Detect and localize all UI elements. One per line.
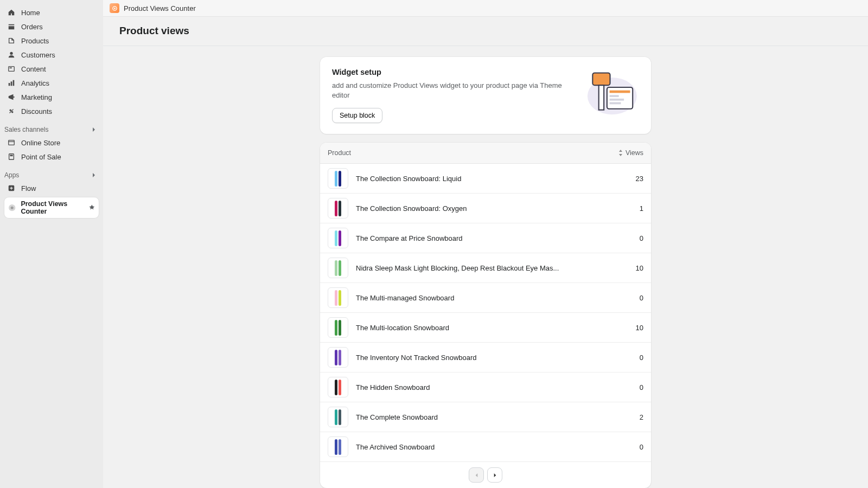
table-row[interactable]: The Collection Snowboard: Oxygen1 [320,194,651,223]
chevron-right-icon [493,473,497,478]
product-name: The Collection Snowboard: Liquid [356,175,611,183]
svg-rect-4 [11,81,12,86]
views-value: 0 [611,443,643,451]
product-thumb [328,436,348,457]
topbar-title: Product Views Counter [124,4,196,12]
views-value: 0 [611,294,643,302]
chevron-left-icon [474,473,479,478]
widget-desc: add and customize Product Views widget t… [332,81,572,100]
sidebar-item-online-store[interactable]: Online Store [0,136,103,150]
views-value: 0 [611,383,643,391]
sidebar-item-point-of-sale[interactable]: Point of Sale [0,150,103,164]
nav-label: Online Store [21,139,60,147]
nav-label: Flow [21,184,36,192]
sales-channels-label: Sales channels [4,126,48,133]
table-row[interactable]: The Multi-location Snowboard10 [320,313,651,343]
sidebar-item-product-views-counter[interactable]: Product Views Counter [4,197,99,218]
sidebar-item-flow[interactable]: Flow [0,181,103,195]
svg-point-16 [114,8,116,9]
product-name: The Multi-managed Snowboard [356,294,611,302]
sidebar-item-discounts[interactable]: Discounts [0,104,103,118]
views-value: 23 [611,175,643,183]
topbar: Product Views Counter [103,0,868,17]
nav-label: Home [21,9,40,17]
svg-rect-19 [610,91,630,93]
customers-icon [7,50,16,60]
views-value: 1 [611,204,643,213]
table-row[interactable]: The Complete Snowboard2 [320,402,651,432]
page-title: Product views [103,17,868,46]
pin-icon[interactable] [88,204,95,211]
sidebar: HomeOrdersProductsCustomersContentAnalyt… [0,0,103,488]
table-row[interactable]: The Inventory Not Tracked Snowboard0 [320,343,651,373]
product-name: The Archived Snowboard [356,443,611,451]
sidebar-item-content[interactable]: Content [0,62,103,76]
svg-rect-20 [610,95,619,97]
product-thumb [328,198,348,219]
product-thumb [328,258,348,278]
table-row[interactable]: The Multi-managed Snowboard0 [320,283,651,313]
views-value: 10 [611,264,643,272]
svg-rect-5 [13,80,15,86]
col-header-product[interactable]: Product [328,149,605,157]
products-icon [7,36,16,46]
views-value: 0 [611,354,643,362]
table-row[interactable]: The Archived Snowboard0 [320,432,651,461]
svg-rect-9 [9,140,15,145]
product-thumb [328,347,348,368]
svg-rect-2 [10,67,12,68]
nav-label: Marketing [21,93,52,101]
sort-icon [618,150,623,156]
product-name: The Compare at Price Snowboard [356,234,611,242]
sidebar-item-analytics[interactable]: Analytics [0,76,103,90]
nav-label: Products [21,37,49,45]
main: Product Views Counter Product views Widg… [103,0,868,488]
table-header: Product Views [320,143,651,164]
app-icon [8,203,16,213]
apps-header[interactable]: Apps [0,168,103,181]
table-row[interactable]: Nidra Sleep Mask Light Blocking, Deep Re… [320,253,651,283]
product-name: The Inventory Not Tracked Snowboard [356,354,611,362]
setup-block-button[interactable]: Setup block [332,108,382,123]
flow-icon [7,183,16,193]
views-value: 0 [611,234,643,242]
nav-label: Point of Sale [21,153,61,161]
svg-point-0 [10,52,12,55]
svg-point-14 [11,206,14,209]
nav-label: Analytics [21,79,49,87]
onlinestore-icon [7,138,16,147]
table-row[interactable]: The Compare at Price Snowboard0 [320,223,651,253]
svg-point-7 [10,110,12,112]
sidebar-item-products[interactable]: Products [0,34,103,48]
discounts-icon [7,106,16,116]
col-header-views[interactable]: Views [605,149,643,157]
product-thumb [328,317,348,338]
product-thumb [328,377,348,397]
product-thumb [328,287,348,308]
svg-rect-1 [9,67,15,72]
svg-rect-22 [610,102,621,104]
product-thumb [328,228,348,248]
product-name: The Complete Snowboard [356,413,611,421]
product-name: The Multi-location Snowboard [356,324,611,332]
chevron-right-icon [91,127,97,132]
sidebar-item-orders[interactable]: Orders [0,20,103,34]
widget-heading: Widget setup [332,68,572,76]
views-value: 10 [611,324,643,332]
prev-page-button [469,467,484,483]
nav-label: Content [21,65,46,73]
app-logo-icon [110,3,119,13]
sidebar-item-home[interactable]: Home [0,5,103,20]
product-name: Nidra Sleep Mask Light Blocking, Deep Re… [356,264,611,272]
content: Widget setup add and customize Product V… [103,46,868,488]
product-views-table: Product Views The Collection Snowboard: … [320,143,651,488]
sidebar-item-customers[interactable]: Customers [0,48,103,62]
table-row[interactable]: The Hidden Snowboard0 [320,373,651,402]
next-page-button[interactable] [487,467,502,483]
svg-rect-24 [599,85,604,110]
sidebar-item-marketing[interactable]: Marketing [0,90,103,104]
sales-channels-header[interactable]: Sales channels [0,123,103,136]
product-name: The Hidden Snowboard [356,383,611,391]
table-row[interactable]: The Collection Snowboard: Liquid23 [320,164,651,194]
views-value: 2 [611,413,643,421]
